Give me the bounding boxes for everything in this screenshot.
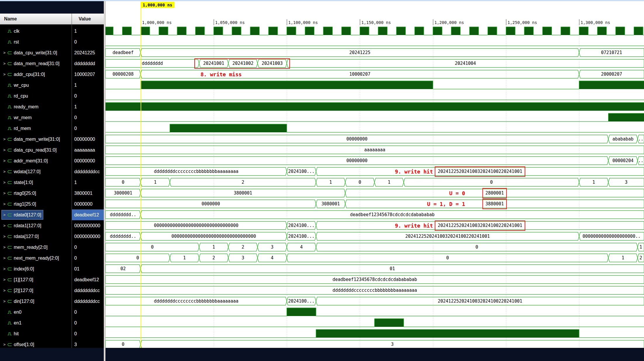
- signal-row[interactable]: rd_cpu0: [0, 91, 104, 101]
- expand-arrow-icon[interactable]: >: [2, 51, 6, 55]
- annotation-text: U = 1, D = 1: [427, 201, 465, 207]
- waveform-canvas[interactable]: 1,000,000 ns1,050,000 ns1,100,000 ns1,15…: [106, 1, 644, 348]
- signal-value: 0: [72, 307, 104, 317]
- signal-row[interactable]: en10: [0, 317, 104, 328]
- high-level-fill: [378, 27, 387, 35]
- expand-arrow-icon[interactable]: >: [2, 202, 6, 206]
- expand-arrow-icon[interactable]: >: [2, 169, 6, 174]
- bus-segment-label: deadbeef12345678cdcdcdcdabababab: [350, 212, 435, 217]
- bus-segment-label: 2: [212, 255, 215, 261]
- signal-row[interactable]: >rdata[127:0]0000000000: [0, 231, 104, 242]
- bus-segment-label: 4: [271, 255, 273, 261]
- expand-arrow-icon[interactable]: >: [2, 299, 6, 303]
- expand-arrow-icon[interactable]: >: [2, 159, 6, 163]
- window-top-edge: [0, 0, 644, 1]
- signal-value: 1: [72, 101, 104, 112]
- high-level-fill: [287, 27, 296, 35]
- bit-signal-icon: [7, 321, 12, 325]
- signal-row[interactable]: >data_cpu_write[31:0]20241225: [0, 47, 104, 58]
- status-bar: [0, 348, 644, 361]
- bus-segment-label: 1: [388, 180, 390, 185]
- expand-arrow-icon[interactable]: >: [2, 180, 6, 185]
- high-level-fill: [616, 27, 625, 35]
- expand-arrow-icon[interactable]: >: [2, 245, 6, 249]
- signal-row[interactable]: >rtag0[25:0]3800001: [0, 188, 104, 199]
- high-level-fill: [415, 27, 424, 35]
- signal-row[interactable]: >index[6:0]01: [0, 263, 104, 274]
- signal-row[interactable]: >rdata1[127:0]0000000000: [0, 220, 104, 231]
- signal-row[interactable]: >data_cpu_read[31:0]aaaaaaaa: [0, 145, 104, 155]
- expand-arrow-icon[interactable]: >: [2, 61, 6, 66]
- signal-value: aaaaaaaa: [72, 145, 104, 155]
- signal-label-group: >[1][127:0]: [2, 275, 35, 284]
- signal-label-group: >rtag0[25:0]: [2, 189, 38, 198]
- expand-arrow-icon[interactable]: >: [2, 137, 6, 141]
- value-column-header[interactable]: Value: [79, 16, 91, 22]
- signal-row[interactable]: >rdata0[127:0]deadbeef12: [0, 209, 104, 220]
- signal-row[interactable]: ready_mem1: [0, 101, 104, 112]
- signal-value: 1: [72, 26, 104, 37]
- signal-row[interactable]: >next_mem_ready[2:0]0: [0, 253, 104, 263]
- signal-value: 0: [72, 37, 104, 47]
- signal-row[interactable]: >wdata[127:0]ddddddddcc: [0, 166, 104, 177]
- signal-row[interactable]: >data_mem_read[31:0]dddddddd: [0, 58, 104, 69]
- signal-row[interactable]: clk1: [0, 26, 104, 37]
- bus-signal-icon: [7, 51, 12, 55]
- bus-segment-label: 2024100...: [288, 223, 315, 228]
- expand-arrow-icon[interactable]: >: [2, 234, 6, 239]
- signal-value: 1: [72, 80, 104, 91]
- expand-arrow-icon[interactable]: >: [2, 277, 6, 282]
- signal-row[interactable]: >offset[1:0]3: [0, 339, 104, 348]
- expand-arrow-icon[interactable]: >: [2, 213, 6, 217]
- high-level-fill: [122, 27, 132, 35]
- bus-segment-label: 00000000000000000000000000000000: [154, 223, 239, 228]
- signal-row[interactable]: rst0: [0, 37, 104, 47]
- expand-arrow-icon[interactable]: >: [2, 223, 6, 228]
- expand-arrow-icon[interactable]: >: [2, 288, 6, 293]
- signal-list: clk1rst0>data_cpu_write[31:0]20241225>da…: [0, 25, 104, 348]
- name-column-header[interactable]: Name: [4, 16, 17, 22]
- annotation-text: 9. write hit: [395, 223, 433, 229]
- bus-signal-icon: [7, 224, 12, 228]
- signal-row[interactable]: en00: [0, 307, 104, 317]
- column-divider[interactable]: [72, 13, 72, 348]
- signal-row[interactable]: >[2][127:0]ddddddddcc: [0, 285, 104, 296]
- bus-segment-label: 0: [358, 180, 361, 185]
- signal-row[interactable]: >state[1:0]1: [0, 177, 104, 188]
- signal-name: [1][127:0]: [13, 277, 33, 282]
- high-level-fill: [316, 329, 579, 338]
- expand-arrow-icon[interactable]: >: [2, 342, 6, 347]
- signal-row[interactable]: wr_mem0: [0, 112, 104, 123]
- bus-segment-label: 0000000: [201, 201, 220, 206]
- expand-arrow-icon[interactable]: >: [2, 191, 6, 195]
- signal-row[interactable]: >[1][127:0]deadbeef12: [0, 274, 104, 285]
- expand-arrow-icon[interactable]: >: [2, 72, 6, 77]
- signal-row[interactable]: >din[127:0]ddddddddcc: [0, 296, 104, 307]
- signal-row[interactable]: >data_mem_write[31:0]00000000: [0, 134, 104, 145]
- signal-row[interactable]: hit0: [0, 328, 104, 339]
- expand-arrow-icon[interactable]: >: [2, 267, 6, 271]
- signal-row[interactable]: >addr_mem[31:0]00000000: [0, 155, 104, 166]
- ruler-label: 1,200,000 ns: [434, 20, 464, 25]
- signal-row[interactable]: rd_mem0: [0, 123, 104, 134]
- signal-row[interactable]: >rtag1[25:0]0000000: [0, 199, 104, 209]
- high-level-fill: [506, 27, 515, 35]
- signal-name: rst: [13, 39, 19, 45]
- signal-row[interactable]: >addr_cpu[31:0]10000207: [0, 69, 104, 80]
- annotation-text: 9. write hit: [395, 169, 433, 175]
- expand-arrow-icon[interactable]: >: [2, 148, 6, 152]
- signal-label-group: >data_cpu_read[31:0]: [2, 145, 58, 155]
- bus-signal-icon: [7, 148, 12, 152]
- signal-label-group: >data_cpu_write[31:0]: [2, 48, 59, 57]
- signal-value: ddddddddcc: [72, 296, 104, 307]
- bus-signal-icon: [7, 159, 12, 163]
- bus-segment-label: 1: [154, 180, 156, 185]
- bus-signal-icon: [7, 289, 12, 293]
- ruler-label: 1,000,000 ns: [142, 20, 172, 25]
- expand-arrow-icon[interactable]: >: [2, 256, 6, 260]
- bit-signal-icon: [7, 126, 12, 131]
- bus-signal-icon: [7, 62, 12, 66]
- signal-row[interactable]: wr_cpu1: [0, 80, 104, 91]
- signal-row[interactable]: >mem_ready[2:0]0: [0, 242, 104, 253]
- panel-splitter[interactable]: [104, 1, 106, 361]
